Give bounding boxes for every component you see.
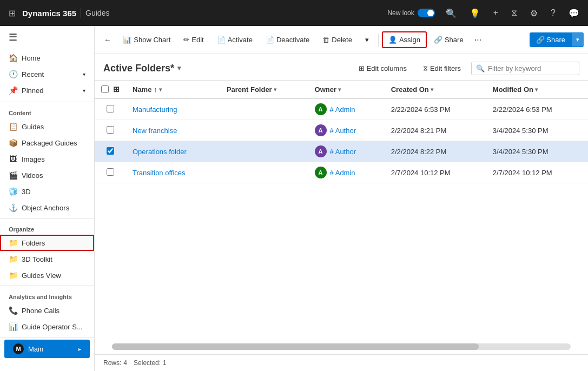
sidebar-item-home[interactable]: 🏠 Home [0,50,94,66]
folder-name-link[interactable]: Operations folder [133,148,187,156]
delete-label: Delete [332,36,352,44]
owner-link[interactable]: # Admin [330,105,355,114]
settings-icon[interactable]: ⚙ [528,6,540,21]
sidebar-item-phone-calls[interactable]: 📞 Phone Calls [0,302,94,319]
created-on-label: Created On [391,85,429,94]
sidebar-item-folders[interactable]: 📁 Folders [0,235,94,251]
activate-button[interactable]: 📄 Activate [211,32,259,48]
parent-folder-label: Parent Folder [227,85,272,94]
owner-cell[interactable]: A # Admin [308,98,385,120]
anchor-icon: ⚓ [9,203,17,212]
show-chart-button[interactable]: 📊 Show Chart [117,32,176,48]
grid-icon[interactable]: ⊞ [6,6,18,21]
folder-name-link[interactable]: New franchise [133,127,177,135]
sidebar-item-object-anchors[interactable]: ⚓ Object Anchors [0,200,94,216]
owner-link[interactable]: # Author [330,148,356,156]
sidebar-item-3d-toolkit[interactable]: 📁 3D Toolkit [0,251,94,267]
assign-label: Assign [399,36,420,44]
sidebar-item-guides-view[interactable]: 📁 Guides View [0,267,94,283]
share-primary-button[interactable]: 🔗 Share ▾ [530,32,584,47]
name-cell[interactable]: Transition offices [126,162,220,183]
share-btn-icon: 🔗 [536,36,545,44]
name-column-header[interactable]: Name ↑ ▾ [126,81,220,98]
row-checkbox[interactable] [107,126,114,134]
sidebar-item-pinned[interactable]: 📌 Pinned ▾ [0,82,94,98]
sidebar-item-guides[interactable]: 📋 Guides [0,118,94,135]
table-row: New franchise A # Author 2/2/2024 8:21 P… [95,120,588,141]
filter-icon[interactable]: ⧖ [509,6,519,20]
row-checkbox[interactable] [107,105,114,112]
filter-input-container[interactable]: 🔍 [471,62,579,75]
sidebar-item-images[interactable]: 🖼 Images [0,151,94,167]
owner-link[interactable]: # Author [330,127,356,135]
help-icon[interactable]: ? [549,6,558,20]
row-checkbox[interactable] [107,147,114,155]
select-all-checkbox[interactable] [101,85,109,93]
deactivate-button[interactable]: 📄 Deactivate [260,32,315,48]
chart-icon: 📊 [9,322,17,331]
back-button[interactable]: ← [99,32,116,48]
toolkit-icon: 📁 [9,255,17,263]
sidebar-item-main[interactable]: M Main ▸ [4,340,90,358]
folder-name-link[interactable]: Transition offices [133,169,186,177]
folder-name-link[interactable]: Manufacturing [133,105,177,114]
horizontal-scrollbar[interactable] [112,343,571,350]
sidebar-item-videos[interactable]: 🎬 Videos [0,167,94,183]
row-checkbox-cell[interactable] [95,162,126,183]
sidebar-item-packaged-guides[interactable]: 📦 Packaged Guides [0,135,94,151]
parent-folder-cell [220,98,308,120]
owner-cell[interactable]: A # Admin [308,162,385,183]
edit-columns-button[interactable]: ⊞ Edit columns [353,61,413,76]
assign-button[interactable]: 👤 Assign [382,31,427,48]
modified-on-column-header[interactable]: Modified On ▾ [486,81,588,98]
row-checkbox-cell[interactable] [95,98,126,120]
edit-filters-button[interactable]: ⧖ Edit filters [417,61,467,76]
row-checkbox-cell[interactable] [95,141,126,162]
dropdown-icon: ▾ [365,36,369,44]
video-icon: 🎬 [9,171,17,180]
owner-link[interactable]: # Admin [330,169,355,177]
add-icon[interactable]: + [491,6,500,20]
row-checkbox[interactable] [107,168,114,176]
edit-button[interactable]: ✏ Edit [177,32,209,48]
created-on-cell: 2/7/2024 10:12 PM [385,162,486,183]
title-chevron-icon[interactable]: ▾ [177,64,181,72]
share-label: Share [445,36,464,44]
sidebar-item-3d[interactable]: 🧊 3D [0,183,94,200]
sidebar: ☰ 🏠 Home 🕐 Recent ▾ 📌 Pinned ▾ Content 📋… [0,26,95,371]
filter-by-keyword-input[interactable] [488,64,574,72]
app-name: Dynamics 365 [22,9,76,18]
show-chart-label: Show Chart [134,36,170,44]
owner-cell[interactable]: A # Author [308,120,385,141]
sidebar-item-guide-operator[interactable]: 📊 Guide Operator S... [0,319,94,335]
sidebar-item-recent[interactable]: 🕐 Recent ▾ [0,66,94,82]
parent-folder-column-header[interactable]: Parent Folder ▾ [220,81,308,98]
search-icon[interactable]: 🔍 [444,6,459,21]
share-button[interactable]: 🔗 Share [428,32,470,48]
name-cell[interactable]: Manufacturing [126,98,220,120]
lightbulb-icon[interactable]: 💡 [467,6,483,21]
chat-icon[interactable]: 💬 [566,6,582,21]
content-section-label: Content [0,104,94,118]
delete-button[interactable]: 🗑 Delete [316,32,358,48]
owner-cell[interactable]: A # Author [308,141,385,162]
sort-icon: ▾ [274,87,276,92]
created-on-column-header[interactable]: Created On ▾ [385,81,486,98]
share-main-label[interactable]: 🔗 Share [530,32,572,47]
select-all-header[interactable]: ⊞ [95,81,126,98]
new-look-toggle[interactable]: New look [387,9,434,17]
nav-divider [81,8,81,18]
owner-column-header[interactable]: Owner ▾ [308,81,385,98]
share-btn-dropdown[interactable]: ▾ [572,33,584,47]
name-cell[interactable]: New franchise [126,120,220,141]
hamburger-menu[interactable]: ☰ [0,26,94,49]
name-cell[interactable]: Operations folder [126,141,220,162]
scroll-thumb[interactable] [112,343,479,350]
row-checkbox-cell[interactable] [95,120,126,141]
main-avatar: M [13,343,24,354]
new-look-switch[interactable] [418,9,435,17]
more-options-button[interactable]: ⋯ [471,32,485,48]
more-dropdown-button[interactable]: ▾ [359,32,375,48]
modified-on-cell: 3/4/2024 5:30 PM [486,141,588,162]
sidebar-item-label: Phone Calls [22,307,60,315]
